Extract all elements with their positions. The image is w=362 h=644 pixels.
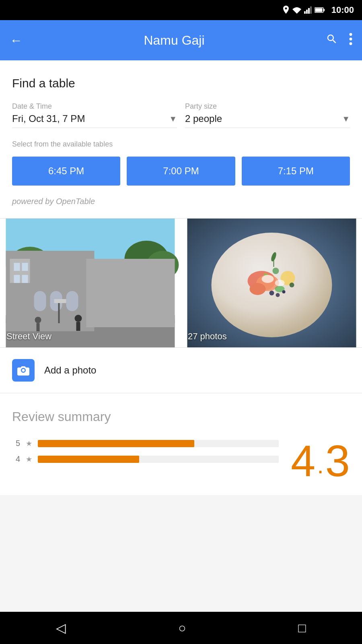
bar-fill-5 — [38, 440, 194, 447]
street-view-label: Street View — [6, 331, 51, 342]
party-size-arrow: ▼ — [342, 114, 350, 124]
star-icon-4: ★ — [26, 455, 32, 464]
time-slot-715[interactable]: 7:15 PM — [242, 157, 350, 186]
big-rating: 4 . 3 — [291, 439, 350, 483]
dropdowns-row: Date & Time Fri, Oct 31, 7 PM ▼ Party si… — [12, 102, 350, 128]
available-tables-label: Select from the available tables — [12, 140, 350, 149]
signal-icon — [304, 6, 312, 14]
svg-point-39 — [273, 268, 279, 274]
svg-rect-1 — [306, 10, 308, 14]
svg-point-9 — [350, 42, 352, 45]
bottom-nav: ◁ ○ □ — [0, 612, 362, 644]
svg-point-27 — [35, 317, 41, 323]
street-view-tile[interactable]: Street View — [0, 219, 181, 347]
date-time-arrow: ▼ — [169, 114, 177, 124]
time-slot-645[interactable]: 6:45 PM — [12, 157, 120, 186]
svg-point-47 — [275, 280, 285, 286]
nav-back[interactable]: ◁ — [56, 620, 66, 636]
svg-rect-2 — [308, 8, 310, 14]
bar-row-5: 5 ★ — [12, 439, 279, 448]
svg-rect-22 — [34, 291, 46, 311]
svg-point-50 — [22, 369, 25, 372]
location-icon — [282, 6, 290, 14]
bars-column: 5 ★ 4 ★ — [12, 439, 279, 470]
wifi-icon — [292, 6, 302, 14]
svg-point-43 — [269, 291, 274, 295]
powered-by: powered by OpenTable — [12, 197, 350, 206]
app-bar-actions — [326, 33, 352, 48]
status-bar: 10:00 — [0, 0, 362, 20]
svg-rect-5 — [323, 9, 325, 11]
svg-point-46 — [262, 275, 274, 283]
date-time-label: Date & Time — [12, 102, 177, 111]
svg-point-7 — [350, 33, 352, 36]
back-button[interactable]: ← — [10, 33, 23, 48]
rating-decimal: . — [317, 451, 324, 479]
rating-fraction: 3 — [325, 439, 350, 483]
time-slot-700[interactable]: 7:00 PM — [127, 157, 235, 186]
svg-rect-19 — [22, 263, 28, 271]
svg-rect-26 — [54, 299, 66, 303]
time-buttons: 6:45 PM 7:00 PM 7:15 PM — [12, 157, 350, 186]
battery-icon — [315, 7, 325, 13]
bar-fill-4 — [38, 456, 139, 463]
svg-rect-24 — [66, 291, 78, 311]
review-section: Review summary 5 ★ 4 ★ — [0, 393, 362, 495]
rating-chart: 5 ★ 4 ★ 4 . 3 — [12, 439, 350, 483]
bar-num-5: 5 — [12, 439, 20, 448]
party-size-label: Party size — [185, 102, 350, 111]
svg-rect-30 — [76, 322, 80, 331]
bar-row-4: 4 ★ — [12, 454, 279, 464]
food-photos-tile[interactable]: 27 photos — [181, 219, 362, 347]
svg-point-29 — [75, 315, 82, 322]
add-photo-text: Add a photo — [44, 365, 96, 376]
more-button[interactable] — [349, 33, 352, 48]
camera-icon — [17, 365, 30, 376]
svg-rect-18 — [14, 263, 20, 271]
svg-rect-20 — [14, 275, 20, 283]
food-photo-image — [181, 219, 362, 347]
search-button[interactable] — [326, 33, 338, 48]
status-time: 10:00 — [331, 5, 354, 15]
bar-num-4: 4 — [12, 454, 20, 464]
nav-home[interactable]: ○ — [178, 621, 186, 636]
svg-point-44 — [276, 293, 280, 297]
svg-rect-28 — [37, 323, 40, 331]
app-bar-title: Namu Gaji — [31, 33, 318, 48]
star-icon-5: ★ — [26, 439, 32, 448]
rating-integer: 4 — [291, 439, 315, 483]
svg-rect-0 — [304, 11, 306, 14]
camera-icon-wrapper[interactable] — [12, 359, 35, 382]
svg-point-38 — [250, 283, 266, 295]
date-time-dropdown[interactable]: Date & Time Fri, Oct 31, 7 PM ▼ — [12, 102, 177, 128]
nav-recent[interactable]: □ — [298, 621, 306, 636]
bar-track-5 — [38, 440, 279, 447]
svg-rect-3 — [310, 6, 312, 14]
svg-rect-21 — [22, 275, 28, 283]
svg-point-8 — [350, 37, 352, 40]
svg-point-45 — [282, 290, 286, 293]
party-size-value[interactable]: 2 people ▼ — [185, 113, 350, 128]
street-view-image — [0, 219, 181, 347]
svg-rect-6 — [315, 8, 322, 12]
photos-count-label: 27 photos — [188, 331, 227, 342]
photos-row: Street View — [0, 219, 362, 347]
svg-point-40 — [290, 283, 294, 287]
svg-rect-31 — [86, 259, 175, 327]
main-content: Find a table Date & Time Fri, Oct 31, 7 … — [0, 60, 362, 495]
find-table-section: Find a table Date & Time Fri, Oct 31, 7 … — [0, 60, 362, 218]
party-size-dropdown[interactable]: Party size 2 people ▼ — [185, 102, 350, 128]
date-time-value[interactable]: Fri, Oct 31, 7 PM ▼ — [12, 113, 177, 128]
status-icons — [282, 6, 325, 14]
find-table-title: Find a table — [12, 76, 350, 90]
app-bar: ← Namu Gaji — [0, 20, 362, 60]
add-photo-row[interactable]: Add a photo — [0, 347, 362, 393]
review-title: Review summary — [12, 409, 350, 424]
bar-track-4 — [38, 456, 279, 463]
